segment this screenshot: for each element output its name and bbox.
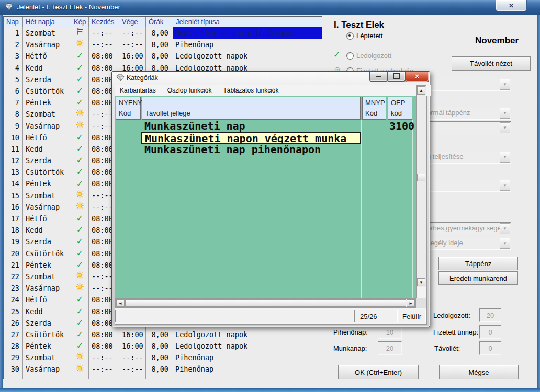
- cell-day-number[interactable]: 27: [4, 329, 23, 340]
- cell-status-icon[interactable]: ✓: [71, 143, 89, 155]
- close-icon[interactable]: ✕: [496, 0, 527, 11]
- cell-weekday[interactable]: Szombat: [23, 190, 71, 201]
- cell-status-icon[interactable]: ✓: [71, 97, 89, 108]
- cell-status-icon[interactable]: [71, 201, 89, 213]
- scroll-down-icon[interactable]: ▼: [417, 278, 425, 286]
- cell-day-number[interactable]: 16: [4, 201, 23, 213]
- cell-day-number[interactable]: 9: [4, 120, 23, 132]
- cell-status-icon[interactable]: [71, 190, 89, 201]
- maximize-icon[interactable]: [387, 72, 406, 82]
- cell-status-icon[interactable]: ✓: [71, 166, 89, 178]
- cell-start-time[interactable]: --:--: [89, 39, 119, 50]
- cell-start-time[interactable]: --:--: [89, 363, 119, 375]
- categories-table[interactable]: NYENYIKódTávollét jellegeMNYPKódOEPkódMu…: [115, 96, 417, 298]
- cell-status-icon[interactable]: ✓: [71, 62, 89, 74]
- cell-status-icon[interactable]: ✓: [71, 132, 89, 143]
- cell-weekday[interactable]: Kedd: [23, 62, 71, 74]
- cell-start-time[interactable]: 08:00: [89, 329, 119, 340]
- minimize-icon[interactable]: [369, 72, 388, 82]
- cell-attendance-type[interactable]: Pihenőnap: [173, 352, 322, 363]
- cell-status-icon[interactable]: [71, 363, 89, 375]
- category-row[interactable]: Munkaszüneti nap: [144, 120, 245, 132]
- dialog-column-header-3[interactable]: MNYPKód: [362, 97, 386, 120]
- cell-weekday[interactable]: Hétfő: [23, 132, 71, 143]
- cell-day-number[interactable]: 15: [4, 190, 23, 201]
- menu-item-1[interactable]: Karbantartás: [120, 87, 156, 94]
- cell-day-number[interactable]: 24: [4, 294, 23, 305]
- scroll-up-icon[interactable]: ▲: [417, 86, 425, 95]
- cell-attendance-type[interactable]: Ledolgozott napok: [173, 50, 322, 62]
- cell-end-time[interactable]: 16:00: [119, 329, 146, 340]
- ok-button[interactable]: OK (Ctrl+Enter): [338, 365, 419, 379]
- cell-status-icon[interactable]: [71, 108, 89, 120]
- cell-end-time[interactable]: --:--: [119, 352, 146, 363]
- cell-status-icon[interactable]: ✓: [71, 306, 89, 317]
- cell-weekday[interactable]: Szombat: [23, 271, 71, 282]
- cell-weekday[interactable]: Vasárnap: [23, 120, 71, 132]
- category-row[interactable]: Munkaszüneti nap pihenőnapon: [144, 144, 321, 156]
- cell-weekday[interactable]: Szerda: [23, 155, 71, 166]
- cell-hours[interactable]: 8,00: [146, 50, 173, 62]
- cell-status-icon[interactable]: [71, 352, 89, 363]
- cell-status-icon[interactable]: ✓: [71, 213, 89, 224]
- cell-day-number[interactable]: 10: [4, 132, 23, 143]
- cell-start-time[interactable]: 08:00: [89, 50, 119, 62]
- cell-hours[interactable]: 8,00: [146, 340, 173, 352]
- cell-attendance-type[interactable]: Pihenőnap: [173, 39, 322, 50]
- cell-day-number[interactable]: 7: [4, 97, 23, 108]
- cell-end-time[interactable]: --:--: [119, 27, 146, 39]
- vertical-scrollbar[interactable]: ▲ ▼: [416, 85, 426, 287]
- cell-weekday[interactable]: Hétfő: [23, 294, 71, 305]
- cell-weekday[interactable]: Péntek: [23, 340, 71, 352]
- cell-weekday[interactable]: Vasárnap: [23, 282, 71, 294]
- column-header-4[interactable]: Kezdés: [89, 17, 119, 27]
- cell-day-number[interactable]: 30: [4, 363, 23, 375]
- cell-start-time[interactable]: 08:00: [89, 340, 119, 352]
- cell-status-icon[interactable]: [71, 271, 89, 282]
- cell-weekday[interactable]: Vasárnap: [23, 39, 71, 50]
- cell-hours[interactable]: 8,00: [146, 39, 173, 50]
- cell-day-number[interactable]: 23: [4, 282, 23, 294]
- cell-weekday[interactable]: Szombat: [23, 352, 71, 363]
- cell-status-icon[interactable]: ✓: [71, 224, 89, 236]
- cell-day-number[interactable]: 1: [4, 27, 23, 39]
- scroll-left-icon[interactable]: ◄: [116, 299, 125, 307]
- cell-day-number[interactable]: 6: [4, 85, 23, 97]
- cell-day-number[interactable]: 2: [4, 39, 23, 50]
- cell-status-icon[interactable]: ✓: [71, 50, 89, 62]
- cell-hours[interactable]: 8,00: [146, 329, 173, 340]
- column-header-1[interactable]: Nap: [4, 17, 23, 27]
- cell-status-icon[interactable]: ✓: [71, 294, 89, 305]
- menu-item-3[interactable]: Táblázatos funkciók: [223, 87, 278, 94]
- cell-weekday[interactable]: Szombat: [23, 27, 71, 39]
- cell-day-number[interactable]: 21: [4, 259, 23, 271]
- cell-weekday[interactable]: Szerda: [23, 236, 71, 247]
- cell-weekday[interactable]: Hétfő: [23, 50, 71, 62]
- cell-day-number[interactable]: 29: [4, 352, 23, 363]
- vertical-scroll-thumb[interactable]: [417, 174, 425, 181]
- cell-day-number[interactable]: 18: [4, 224, 23, 236]
- cell-day-number[interactable]: 26: [4, 317, 23, 329]
- column-header-3[interactable]: Kép: [71, 17, 89, 27]
- cell-day-number[interactable]: 11: [4, 143, 23, 155]
- cell-weekday[interactable]: Vasárnap: [23, 363, 71, 375]
- cell-day-number[interactable]: 8: [4, 108, 23, 120]
- main-titlebar[interactable]: Jelenlét - I. Teszt Elek - November: [0, 0, 540, 15]
- cell-day-number[interactable]: 13: [4, 166, 23, 178]
- cell-hours[interactable]: 8,00: [146, 27, 173, 39]
- column-header-7[interactable]: Jelenlét típusa: [173, 17, 322, 27]
- cell-status-icon[interactable]: ✓: [71, 178, 89, 189]
- cell-weekday[interactable]: Csütörtök: [23, 85, 71, 97]
- cell-end-time[interactable]: --:--: [119, 363, 146, 375]
- cell-status-icon[interactable]: [71, 39, 89, 50]
- cell-weekday[interactable]: Péntek: [23, 178, 71, 189]
- column-header-6[interactable]: Órák: [146, 17, 173, 27]
- cell-weekday[interactable]: Szerda: [23, 317, 71, 329]
- tappenz-button[interactable]: Táppénz: [438, 257, 518, 270]
- cell-day-number[interactable]: 3: [4, 50, 23, 62]
- cell-weekday[interactable]: Vasárnap: [23, 201, 71, 213]
- menu-item-2[interactable]: Oszlop funkciók: [167, 87, 212, 94]
- cell-weekday[interactable]: Péntek: [23, 97, 71, 108]
- cell-status-icon[interactable]: ✓: [71, 329, 89, 340]
- cell-hours[interactable]: 8,00: [146, 363, 173, 375]
